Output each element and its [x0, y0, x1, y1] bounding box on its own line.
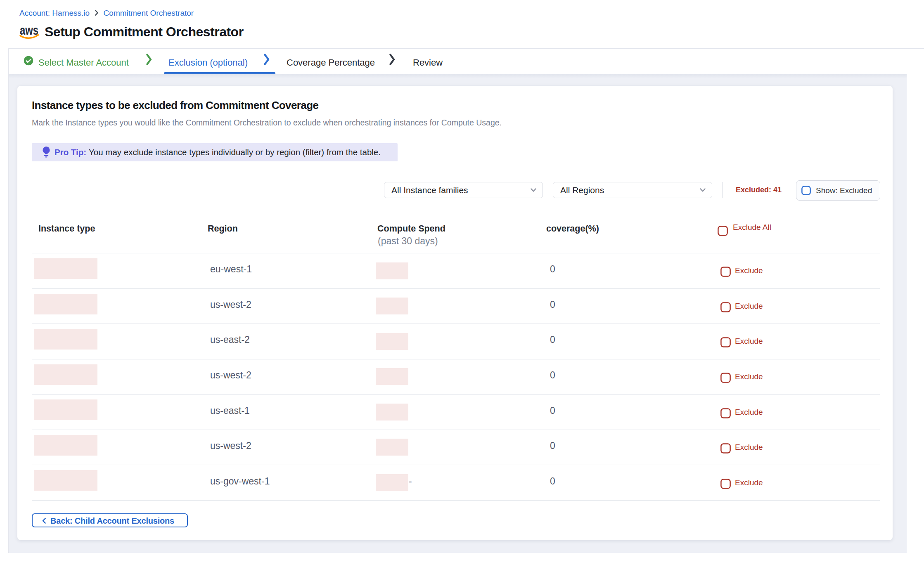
svg-text:aws: aws	[20, 24, 38, 38]
